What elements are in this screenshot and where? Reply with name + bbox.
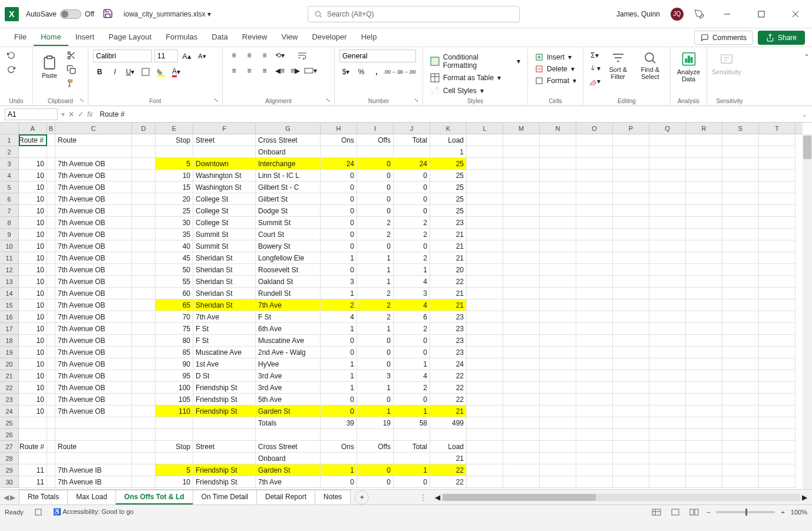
- ribbon-tab-view[interactable]: View: [274, 29, 305, 46]
- cell[interactable]: 10: [19, 182, 47, 193]
- cell[interactable]: [686, 358, 722, 370]
- cell[interactable]: 1: [321, 252, 357, 264]
- cell[interactable]: Gilbert St: [256, 193, 321, 205]
- border-button[interactable]: [139, 66, 152, 78]
- cell[interactable]: Onboard: [256, 453, 321, 464]
- cell[interactable]: 11: [19, 476, 47, 488]
- cell[interactable]: 7th Avenue OB: [55, 335, 132, 347]
- row-header[interactable]: 7: [0, 205, 18, 217]
- cell[interactable]: 0: [357, 358, 394, 370]
- cell[interactable]: [649, 170, 686, 182]
- cell[interactable]: [540, 146, 576, 158]
- row-header[interactable]: 9: [0, 229, 18, 240]
- cell[interactable]: [576, 323, 613, 335]
- cell[interactable]: [503, 453, 540, 464]
- cell[interactable]: [467, 335, 503, 347]
- accessibility-status[interactable]: ♿ Accessibility: Good to go: [53, 508, 134, 516]
- orientation-button[interactable]: ⟲▾: [273, 50, 286, 61]
- cell[interactable]: [540, 252, 576, 264]
- cell[interactable]: [47, 464, 55, 476]
- cell[interactable]: [686, 299, 722, 311]
- cell[interactable]: 7th Avenue OB: [55, 158, 132, 170]
- cell[interactable]: Gilbert St - C: [256, 182, 321, 193]
- cell[interactable]: [649, 405, 686, 417]
- page-layout-view-button[interactable]: [669, 507, 682, 517]
- cell[interactable]: Total: [394, 441, 430, 453]
- cell[interactable]: [540, 394, 576, 405]
- cell[interactable]: [503, 441, 540, 453]
- cell[interactable]: [686, 429, 722, 441]
- row-header[interactable]: 13: [0, 276, 18, 288]
- cell[interactable]: [722, 276, 759, 288]
- cell[interactable]: [503, 182, 540, 193]
- cell[interactable]: [759, 217, 796, 229]
- cell[interactable]: [55, 453, 132, 464]
- cell[interactable]: 39: [321, 417, 357, 429]
- align-right-button[interactable]: ≡: [258, 65, 271, 77]
- cell[interactable]: [467, 146, 503, 158]
- cell[interactable]: 0: [357, 158, 394, 170]
- cell[interactable]: 10: [19, 217, 47, 229]
- row-header[interactable]: 17: [0, 323, 18, 335]
- cell[interactable]: Garden St: [256, 405, 321, 417]
- cell[interactable]: [759, 170, 796, 182]
- cell[interactable]: 7th Avenue OB: [55, 382, 132, 394]
- cell[interactable]: Muscatine Ave: [256, 335, 321, 347]
- cell[interactable]: 2: [357, 311, 394, 323]
- cell[interactable]: [613, 417, 649, 429]
- cell[interactable]: College St: [193, 205, 256, 217]
- cell[interactable]: [576, 205, 613, 217]
- cell[interactable]: 2nd Ave - Walg: [256, 347, 321, 358]
- cell[interactable]: [576, 429, 613, 441]
- cell[interactable]: 0: [394, 193, 430, 205]
- row-header[interactable]: 21: [0, 370, 18, 382]
- cell[interactable]: 4: [394, 299, 430, 311]
- column-header-G[interactable]: G: [256, 123, 321, 134]
- cell[interactable]: [540, 276, 576, 288]
- insert-cells-button[interactable]: Insert ▾: [533, 52, 574, 62]
- cell[interactable]: 2: [357, 217, 394, 229]
- cell[interactable]: 0: [321, 182, 357, 193]
- cell[interactable]: [47, 382, 55, 394]
- cell[interactable]: [47, 252, 55, 264]
- cell[interactable]: [503, 264, 540, 276]
- cell[interactable]: [357, 453, 394, 464]
- cell[interactable]: 2: [357, 288, 394, 299]
- cell[interactable]: Sheridan St: [193, 252, 256, 264]
- cell[interactable]: [649, 264, 686, 276]
- cell[interactable]: 10: [19, 370, 47, 382]
- cell[interactable]: [649, 358, 686, 370]
- cell[interactable]: [503, 323, 540, 335]
- cell[interactable]: [686, 347, 722, 358]
- cell[interactable]: 0: [394, 240, 430, 252]
- cell[interactable]: [649, 429, 686, 441]
- cell[interactable]: 11: [19, 464, 47, 476]
- close-button[interactable]: [784, 5, 807, 23]
- cell[interactable]: 21: [430, 288, 467, 299]
- cell[interactable]: Friendship St: [193, 464, 256, 476]
- cell[interactable]: [540, 347, 576, 358]
- row-header[interactable]: 24: [0, 405, 18, 417]
- cell[interactable]: [503, 347, 540, 358]
- formula-input[interactable]: Route #: [96, 110, 798, 118]
- select-all-corner[interactable]: [0, 123, 19, 134]
- cell[interactable]: 22: [430, 464, 467, 476]
- sheet-tab-on-time-detail[interactable]: On Time Detail: [193, 490, 257, 504]
- row-header[interactable]: 30: [0, 476, 18, 488]
- user-avatar[interactable]: JQ: [671, 8, 684, 21]
- cell[interactable]: [649, 276, 686, 288]
- cell[interactable]: [686, 182, 722, 193]
- cell[interactable]: 100: [156, 382, 193, 394]
- cell[interactable]: 24: [394, 158, 430, 170]
- cell[interactable]: [47, 441, 55, 453]
- cell[interactable]: F St: [193, 335, 256, 347]
- cell[interactable]: 7th Avenue OB: [55, 252, 132, 264]
- cell[interactable]: [649, 182, 686, 193]
- tab-scroll-menu[interactable]: ⋮: [416, 493, 430, 502]
- currency-button[interactable]: $▾: [339, 66, 352, 78]
- cell[interactable]: [759, 370, 796, 382]
- cell[interactable]: Route #: [19, 441, 47, 453]
- cell[interactable]: 0: [357, 394, 394, 405]
- cell[interactable]: [47, 134, 55, 146]
- cell[interactable]: 22: [430, 394, 467, 405]
